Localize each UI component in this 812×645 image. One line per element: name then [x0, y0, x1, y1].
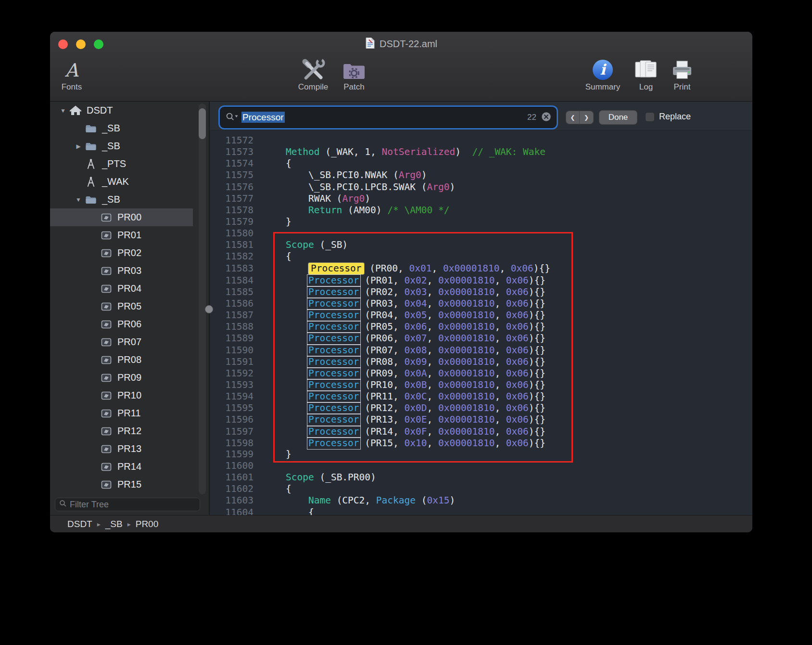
disclosure-triangle[interactable]: ▼ — [72, 196, 85, 203]
fonts-button[interactable]: A Fonts — [50, 57, 93, 92]
code-text: Processor (PR08, 0x09, 0x00001810, 0x06)… — [261, 356, 546, 367]
find-match: Processor — [307, 344, 361, 357]
line-number: 11583 — [214, 263, 261, 274]
sidebar-item-_sb-2[interactable]: ▶_SB — [50, 137, 193, 155]
line-number: 11590 — [214, 345, 261, 356]
sidebar-item-pr13-19[interactable]: PR13 — [50, 440, 193, 458]
replace-option: Replace — [645, 112, 691, 122]
sidebar-item-_pts-3[interactable]: _PTS — [50, 155, 193, 173]
log-icon — [633, 57, 660, 81]
sidebar-item-label: _SB — [102, 194, 120, 205]
sidebar-item-dsdt-0[interactable]: ▼DSDT — [50, 102, 193, 119]
code-line: 11576 \_SB.PCI0.LPCB.SWAK (Arg0) — [210, 181, 752, 193]
sidebar-item-pr10-16[interactable]: PR10 — [50, 387, 193, 404]
breadcrumb-item-pr00[interactable]: PR00 — [136, 519, 159, 529]
replace-label: Replace — [659, 112, 691, 122]
find-match: Processor — [307, 332, 361, 345]
sidebar-scrollbar-track[interactable] — [199, 103, 206, 494]
sidebar-item-label: PR14 — [117, 461, 141, 472]
sidebar-item-label: PR07 — [117, 336, 141, 348]
summary-button[interactable]: i Summary — [581, 57, 624, 92]
proc-icon — [100, 300, 113, 313]
sidebar-item-pr03-9[interactable]: PR03 — [50, 262, 193, 280]
sidebar-item-label: PR05 — [117, 301, 141, 312]
breadcrumb-item-dsdt[interactable]: DSDT — [67, 519, 92, 529]
sidebar-item-pr12-18[interactable]: PR12 — [50, 422, 193, 440]
replace-checkbox[interactable] — [645, 112, 655, 122]
sidebar-item-pr07-13[interactable]: PR07 — [50, 333, 193, 351]
line-number: 11589 — [214, 333, 261, 344]
find-next-button[interactable]: ❯ — [580, 111, 593, 124]
sidebar: ▼DSDT_SB▶_SB_PTS_WAK▼_SBPR00PR01PR02PR03… — [50, 102, 209, 515]
code-text: { — [261, 158, 292, 169]
sidebar-item-pr15-21[interactable]: PR15 — [50, 476, 193, 493]
code-line: 11604 { — [210, 507, 752, 516]
filter-tree-input[interactable] — [70, 500, 196, 510]
sidebar-item-_wak-4[interactable]: _WAK — [50, 173, 193, 191]
proc-icon — [100, 443, 113, 455]
code-line: 11602 { — [210, 483, 752, 495]
sidebar-item-pr09-15[interactable]: PR09 — [50, 369, 193, 387]
line-number: 11576 — [214, 181, 261, 193]
sidebar-item-label: PR04 — [117, 283, 141, 294]
titlebar[interactable]: DSDT-22.aml — [50, 32, 752, 56]
sidebar-item-label: PR03 — [117, 265, 141, 276]
code-text: Processor (PR00, 0x01, 0x00001810, 0x06)… — [261, 263, 550, 274]
code-text: Method (_WAK, 1, NotSerialized) // _WAK:… — [261, 146, 546, 157]
proc-icon — [100, 372, 113, 384]
code-text: Name (CPC2, Package (0x15) — [261, 495, 455, 506]
find-input[interactable]: Processor 22 — [220, 107, 556, 128]
code-line: 11577 RWAK (Arg0) — [210, 193, 752, 205]
code-line: 11594 Processor (PR11, 0x0C, 0x00001810,… — [210, 390, 752, 402]
code-line: 11580 — [210, 228, 752, 239]
find-match-count: 22 — [527, 113, 536, 122]
print-button[interactable]: Print — [665, 57, 699, 92]
line-number: 11588 — [214, 321, 261, 333]
code-line: 11574 { — [210, 158, 752, 169]
sidebar-item-pr02-8[interactable]: PR02 — [50, 244, 193, 262]
proc-icon — [100, 247, 113, 259]
sidebar-item-label: _SB — [102, 141, 120, 152]
code-editor[interactable]: 1157211573 Method (_WAK, 1, NotSerialize… — [210, 130, 752, 515]
window-header: DSDT-22.aml A Fonts Compile — [50, 32, 752, 102]
sidebar-item-pr05-11[interactable]: PR05 — [50, 297, 193, 315]
disclosure-triangle[interactable]: ▼ — [57, 107, 69, 114]
sidebar-item-pr08-14[interactable]: PR08 — [50, 351, 193, 369]
disclosure-triangle[interactable]: ▶ — [72, 143, 85, 150]
folder-icon — [85, 140, 97, 153]
sidebar-item-pr06-12[interactable]: PR06 — [50, 315, 193, 333]
line-number: 11594 — [214, 391, 261, 402]
code-text: } — [261, 216, 292, 227]
proc-icon — [100, 425, 113, 438]
code-text: { — [261, 507, 314, 516]
sidebar-item-pr11-17[interactable]: PR11 — [50, 404, 193, 422]
sidebar-item-pr01-7[interactable]: PR01 — [50, 226, 193, 244]
compile-button[interactable]: Compile — [293, 57, 333, 92]
sidebar-item-pr00-6[interactable]: PR00 — [50, 208, 193, 226]
clear-search-icon[interactable] — [541, 112, 551, 124]
log-button[interactable]: Log — [629, 57, 663, 92]
sidebar-scrollbar-thumb[interactable] — [199, 108, 206, 139]
code-line: 11581 Scope (_SB) — [210, 239, 752, 251]
sidebar-item-label: PR15 — [117, 479, 141, 490]
find-match: Processor — [307, 413, 361, 426]
filter-tree-field[interactable] — [55, 498, 200, 511]
patch-button[interactable]: Patch — [334, 57, 374, 92]
find-previous-button[interactable]: ❮ — [566, 111, 580, 124]
line-number: 11573 — [214, 146, 261, 158]
code-line: 11584 Processor (PR01, 0x02, 0x00001810,… — [210, 274, 752, 286]
sidebar-item-label: DSDT — [87, 105, 113, 116]
sidebar-item-_sb-5[interactable]: ▼_SB — [50, 191, 193, 208]
log-label: Log — [639, 82, 653, 92]
sidebar-item-pr04-10[interactable]: PR04 — [50, 280, 193, 297]
line-number: 11603 — [214, 495, 261, 506]
sidebar-item-_sb-1[interactable]: _SB — [50, 119, 193, 137]
sidebar-item-pr14-20[interactable]: PR14 — [50, 458, 193, 476]
code-lines: 1157211573 Method (_WAK, 1, NotSerialize… — [210, 135, 752, 515]
search-icon[interactable] — [225, 112, 239, 123]
done-button[interactable]: Done — [599, 110, 637, 125]
code-text: { — [261, 251, 292, 262]
house-icon — [69, 104, 82, 117]
splitter-handle[interactable] — [205, 305, 213, 313]
breadcrumb-item-_sb[interactable]: _SB — [105, 519, 123, 529]
